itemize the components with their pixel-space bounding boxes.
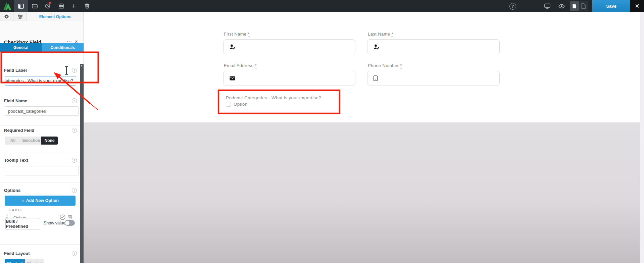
monitor-icon: [544, 3, 550, 9]
sidebar-header: Element Options: [0, 12, 84, 21]
stack-button[interactable]: [57, 0, 66, 12]
email-address-label: Email Address*: [224, 63, 257, 68]
first-name-field[interactable]: [223, 39, 355, 54]
sidebar-scrollbar[interactable]: [80, 64, 84, 263]
help-icon[interactable]: ?: [72, 251, 77, 256]
toggle-knob: [65, 221, 69, 225]
file-outline-icon: [581, 3, 586, 9]
panel-toggle-button[interactable]: [14, 0, 28, 12]
help-icon[interactable]: ?: [72, 188, 77, 193]
section-divider: [0, 244, 80, 245]
new-page-toggle[interactable]: [579, 1, 588, 11]
top-toolbar: ? Sav: [0, 0, 644, 12]
section-divider: [0, 125, 80, 126]
user-edit-icon: [230, 44, 236, 50]
current-page-toggle[interactable]: [570, 1, 579, 11]
server-stack-icon: [59, 3, 64, 9]
confirm-option-icon[interactable]: [60, 214, 65, 220]
field-name-input[interactable]: podcast_categories: [5, 106, 79, 116]
tab-conditionals[interactable]: Conditionals: [42, 43, 84, 52]
canvas-gutter: [640, 12, 644, 263]
options-heading: Options: [4, 188, 20, 193]
preview-button[interactable]: [557, 0, 566, 12]
canvas-background: [84, 122, 640, 263]
close-builder-button[interactable]: ✕: [630, 0, 644, 12]
scroll-up-arrow-icon[interactable]: [81, 65, 83, 66]
eye-icon: [558, 4, 565, 8]
email-address-field[interactable]: [223, 71, 355, 86]
show-values-label: Show values: [44, 221, 67, 225]
mobile-icon: [374, 75, 378, 81]
phone-number-label: Phone Number*: [368, 63, 402, 68]
help-icon[interactable]: ?: [72, 128, 77, 133]
preview-desktop-button[interactable]: [543, 0, 552, 12]
required-none-button[interactable]: None: [41, 137, 58, 145]
drive-icon: [32, 4, 38, 9]
sidebar-panel-icon: [18, 4, 24, 9]
envelope-icon: [230, 76, 235, 81]
sliders-icon: [17, 14, 23, 19]
last-name-label: Last Name*: [368, 32, 393, 37]
field-label-heading: Field Label: [4, 68, 27, 73]
add-new-option-button[interactable]: + Add New Option: [5, 196, 76, 206]
field-name-heading: Field Name: [4, 98, 27, 103]
element-options-sidebar: Element Options Checkbox Field ⋯ ✕ Gener…: [0, 12, 84, 263]
form-settings-tab[interactable]: [13, 12, 27, 21]
help-icon[interactable]: ?: [509, 3, 516, 10]
section-divider: [0, 153, 80, 153]
trash-icon: [85, 3, 90, 9]
file-filled-icon: [572, 3, 577, 9]
form-builder-app: ? Sav: [0, 0, 644, 263]
help-icon[interactable]: ?: [72, 98, 77, 103]
bulk-predefined-button[interactable]: Bulk / Predefined: [5, 218, 40, 229]
panel-body: Field Label ? Podcast Categories - What …: [0, 52, 80, 263]
save-button[interactable]: Save: [592, 0, 630, 12]
section-divider: [0, 182, 80, 182]
page-toggle: [570, 1, 588, 11]
user-edit-icon: [374, 44, 380, 50]
required-selection-button[interactable]: Selection: [21, 137, 41, 145]
label-column-header: LABEL: [9, 208, 23, 212]
help-icon[interactable]: ?: [72, 68, 77, 73]
notification-dot: [48, 1, 51, 4]
layout-floated-button[interactable]: Floated: [25, 259, 44, 263]
settings-tab[interactable]: [0, 12, 13, 21]
history-button[interactable]: [43, 0, 52, 12]
kali-forms-logo-icon[interactable]: [3, 1, 12, 11]
panel-titlebar: Checkbox Field ⋯ ✕: [0, 21, 84, 43]
required-segmented-control: All Selection None: [5, 137, 58, 145]
last-name-field[interactable]: [367, 39, 500, 54]
help-icon[interactable]: ?: [72, 158, 77, 163]
show-values-toggle[interactable]: [64, 220, 75, 226]
panel-tabs: General Conditionals: [0, 43, 84, 52]
tooltip-text-input[interactable]: [5, 166, 79, 175]
phone-number-field[interactable]: [367, 71, 500, 86]
tab-general[interactable]: General: [0, 43, 42, 52]
checkbox-group-label: Podcast Categories - What is your expert…: [226, 95, 321, 100]
add-element-button[interactable]: [69, 0, 78, 12]
gear-icon: [4, 14, 9, 19]
checkbox-icon[interactable]: [226, 102, 231, 107]
field-layout-heading: Field Layout: [4, 251, 30, 256]
tooltip-text-heading: Tooltip Text: [4, 158, 28, 163]
plus-icon: [71, 4, 76, 8]
plus-icon: +: [21, 198, 24, 204]
checkbox-option-label: Option: [234, 102, 248, 107]
layout-stacked-button[interactable]: Stacked: [5, 259, 25, 263]
delete-button[interactable]: [83, 0, 91, 12]
element-options-label[interactable]: Element Options: [27, 12, 84, 21]
field-label-input[interactable]: Podcast Categories - What is your expert…: [5, 76, 76, 86]
checkbox-option-row: Option: [226, 102, 248, 107]
drive-button[interactable]: [30, 0, 39, 12]
form-canvas[interactable]: [84, 12, 640, 122]
first-name-label: First Name*: [224, 32, 250, 37]
field-layout-segmented-control: Stacked Floated: [5, 259, 44, 263]
required-field-heading: Required Field: [4, 128, 34, 133]
required-all-button[interactable]: All: [5, 137, 21, 145]
delete-option-icon[interactable]: [68, 214, 72, 220]
